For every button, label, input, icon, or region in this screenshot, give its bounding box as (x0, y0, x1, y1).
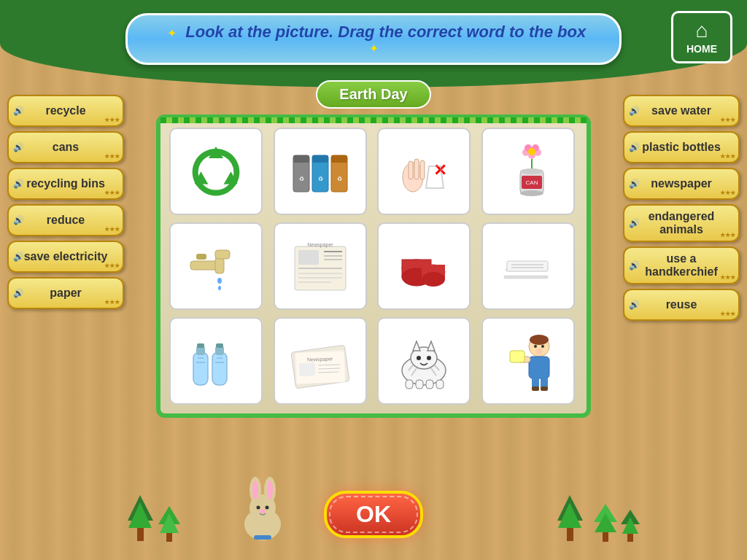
newspaper2-icon: Newspaper (287, 330, 353, 392)
word-save-water[interactable]: save water ★★★ (623, 95, 740, 127)
svg-point-113 (266, 506, 269, 510)
svg-rect-121 (603, 532, 608, 542)
cell-flower-can[interactable]: CAN (481, 128, 575, 215)
svg-rect-87 (436, 380, 444, 389)
svg-point-25 (520, 168, 543, 174)
tree-right-1 (554, 491, 587, 545)
svg-rect-124 (627, 534, 633, 542)
word-paper[interactable]: paper ★★★ (7, 277, 124, 309)
word-endangered-animals[interactable]: endangered animals ★★★ (623, 204, 740, 242)
svg-point-34 (218, 286, 221, 290)
cell-newspaper2[interactable]: Newspaper (274, 317, 367, 405)
home-label: HOME (686, 43, 717, 55)
earth-day-title: Earth Day (316, 80, 430, 109)
svg-rect-70 (298, 362, 315, 376)
home-icon: ⌂ (686, 19, 717, 42)
right-word-bank: save water ★★★ plastic bottles ★★★ newsp… (623, 80, 740, 321)
tree-left-2 (157, 502, 182, 545)
svg-rect-13 (409, 161, 413, 179)
svg-point-111 (267, 481, 273, 499)
ok-button[interactable]: OK (324, 491, 423, 538)
cell-no-plastic[interactable]: ✕ (377, 128, 471, 215)
svg-rect-10 (331, 155, 347, 163)
tree-right-3 (619, 506, 641, 545)
svg-point-95 (535, 349, 543, 354)
home-button[interactable]: ⌂ HOME (671, 11, 732, 63)
cans-icon (391, 236, 457, 298)
faucet-icon (183, 236, 249, 298)
svg-rect-115 (254, 535, 271, 540)
tree-left-1 (124, 491, 157, 545)
bins-icon: ♻ ♻ ♻ (287, 141, 353, 203)
cell-recycle[interactable] (169, 128, 263, 215)
svg-marker-77 (427, 341, 435, 351)
svg-rect-86 (426, 380, 433, 389)
svg-text:♻: ♻ (298, 176, 303, 182)
instruction-banner: Look at the picture. Drag the correct wo… (125, 13, 622, 65)
svg-rect-105 (166, 533, 172, 542)
svg-rect-56 (193, 352, 208, 385)
svg-point-91 (541, 345, 544, 348)
cell-bottles[interactable] (169, 317, 263, 405)
word-reuse[interactable]: reuse ★★★ (623, 289, 740, 321)
svg-rect-63 (216, 343, 223, 348)
svg-point-112 (257, 506, 260, 510)
svg-rect-85 (416, 380, 423, 389)
main-area: recycle ★★★ cans ★★★ recycling bins ★★★ … (0, 73, 747, 560)
cell-boy[interactable] (481, 317, 575, 405)
svg-rect-98 (532, 386, 539, 391)
svg-rect-99 (541, 386, 548, 391)
game-board: Earth Day (131, 80, 616, 418)
newspaper-icon: Newspaper (287, 236, 353, 298)
grid-container: ♻ ♻ ♻ (156, 114, 591, 418)
svg-point-90 (534, 345, 537, 348)
cell-red-cans[interactable] (377, 222, 471, 310)
svg-rect-7 (312, 155, 328, 163)
word-save-electricity[interactable]: save electricity ★★★ (7, 241, 124, 273)
svg-rect-14 (414, 159, 419, 179)
word-recycling-bins[interactable]: recycling bins ★★★ (7, 168, 124, 200)
svg-rect-4 (293, 155, 309, 163)
image-grid: ♻ ♻ ♻ (169, 128, 578, 405)
no-plastic-icon: ✕ (391, 141, 457, 203)
cell-paper[interactable] (481, 222, 575, 310)
svg-rect-53 (507, 261, 548, 271)
svg-rect-118 (567, 528, 573, 541)
svg-rect-58 (197, 343, 204, 348)
word-recycle[interactable]: recycle ★★★ (7, 95, 124, 127)
word-use-handkerchief[interactable]: use a handkerchief ★★★ (623, 246, 740, 284)
svg-point-89 (530, 335, 549, 345)
svg-rect-51 (504, 276, 548, 279)
svg-rect-61 (212, 352, 227, 385)
instruction-text: Look at the picture. Drag the correct wo… (185, 23, 586, 41)
cell-newspaper[interactable]: Newspaper (274, 222, 367, 310)
word-cans[interactable]: cans ★★★ (7, 131, 124, 163)
svg-marker-76 (413, 341, 420, 351)
cell-tiger[interactable] (377, 317, 471, 405)
cell-recycling-bins[interactable]: ♻ ♻ ♻ (274, 128, 367, 215)
svg-text:♻: ♻ (336, 176, 341, 182)
svg-rect-32 (196, 254, 206, 260)
svg-rect-92 (529, 357, 549, 378)
svg-rect-36 (298, 250, 319, 265)
word-reduce[interactable]: reduce ★★★ (7, 204, 124, 236)
word-plastic-bottles[interactable]: plastic bottles ★★★ (623, 131, 740, 163)
bunny (233, 470, 292, 545)
svg-point-79 (427, 356, 431, 360)
svg-rect-94 (510, 351, 525, 362)
svg-text:✕: ✕ (433, 161, 446, 179)
cell-faucet[interactable] (169, 222, 263, 310)
svg-rect-84 (406, 380, 413, 389)
left-word-bank: recycle ★★★ cans ★★★ recycling bins ★★★ … (7, 80, 124, 309)
svg-rect-30 (215, 257, 224, 273)
tree-right-2 (592, 500, 619, 545)
word-newspaper[interactable]: newspaper ★★★ (623, 168, 740, 200)
svg-text:CAN: CAN (525, 179, 538, 186)
svg-point-22 (528, 148, 535, 155)
svg-rect-102 (137, 528, 144, 541)
ok-label: OK (356, 501, 391, 527)
flower-can-icon: CAN (495, 141, 561, 203)
tiger-icon (391, 330, 457, 392)
svg-point-26 (520, 190, 543, 196)
paper-icon (495, 236, 561, 298)
